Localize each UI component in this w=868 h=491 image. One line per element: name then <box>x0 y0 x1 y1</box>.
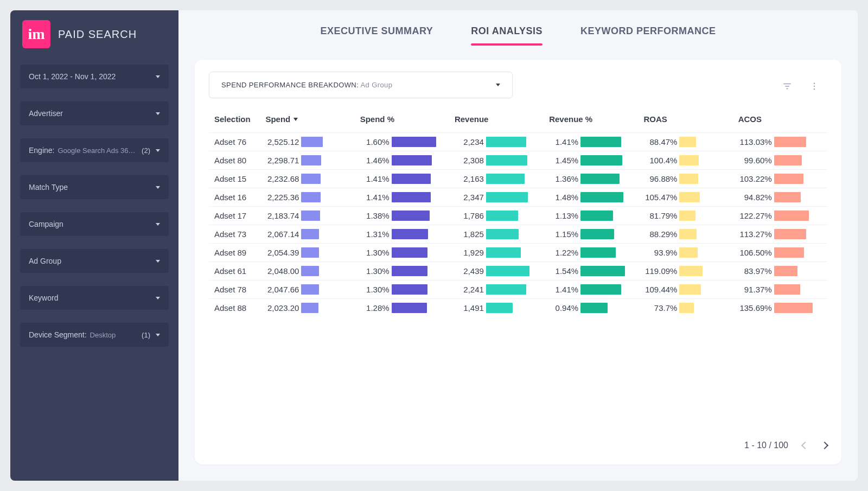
card: SPEND PERFORMANCE BREAKDOWN: Ad Group Se… <box>195 60 841 464</box>
cell-revenue-pct: 1.22% <box>544 244 638 262</box>
cell-revenue: 1,825 <box>449 225 544 244</box>
svg-point-3 <box>814 83 815 84</box>
sort-desc-icon <box>293 118 298 121</box>
cell-revenue: 2,163 <box>449 170 544 188</box>
cell-roas: 119.09% <box>638 262 732 280</box>
app-root: im PAID SEARCH Oct 1, 2022 - Nov 1, 2022… <box>0 0 868 491</box>
cell-spend: 2,225.36 <box>260 188 354 207</box>
cell-acos: 99.60% <box>733 151 827 170</box>
cell-selection: Adset 15 <box>209 170 260 188</box>
cell-revenue: 1,786 <box>449 207 544 225</box>
col-selection[interactable]: Selection <box>209 110 260 133</box>
cell-revenue: 2,234 <box>449 133 544 151</box>
cell-roas: 81.79% <box>638 207 732 225</box>
pagination: 1 - 10 / 100 <box>209 381 827 450</box>
tab-roi-analysis[interactable]: ROI ANALYSIS <box>471 25 542 46</box>
cell-revenue: 2,347 <box>449 188 544 207</box>
cell-spend-pct: 1.60% <box>355 133 449 151</box>
cell-revenue: 2,308 <box>449 151 544 170</box>
table-row[interactable]: Adset 782,047.661.30%2,2411.41%109.44%91… <box>209 280 827 299</box>
filter-ad-group[interactable]: Ad Group <box>20 249 169 273</box>
cell-revenue: 2,241 <box>449 280 544 299</box>
table-row[interactable]: Adset 732,067.141.31%1,8251.15%88.29%113… <box>209 225 827 244</box>
cell-selection: Adset 89 <box>209 244 260 262</box>
cell-acos: 91.37% <box>733 280 827 299</box>
filter-icon[interactable] <box>782 81 793 92</box>
cell-spend-pct: 1.41% <box>355 188 449 207</box>
col-spend[interactable]: Spend <box>260 110 354 133</box>
pagination-next[interactable] <box>821 442 828 449</box>
cell-selection: Adset 17 <box>209 207 260 225</box>
tab-executive-summary[interactable]: EXECUTIVE SUMMARY <box>320 25 433 46</box>
cell-roas: 88.29% <box>638 225 732 244</box>
cell-selection: Adset 61 <box>209 262 260 280</box>
chevron-down-icon <box>156 297 160 299</box>
cell-spend: 2,047.66 <box>260 280 354 299</box>
col-roas[interactable]: ROAS <box>638 110 732 133</box>
cell-spend-pct: 1.30% <box>355 280 449 299</box>
cell-roas: 93.9% <box>638 244 732 262</box>
filter-match-type[interactable]: Match Type <box>20 175 169 199</box>
cell-selection: Adset 76 <box>209 133 260 151</box>
col-revenue[interactable]: Revenue <box>449 110 544 133</box>
cell-revenue: 2,439 <box>449 262 544 280</box>
cell-spend: 2,067.14 <box>260 225 354 244</box>
cell-acos: 103.22% <box>733 170 827 188</box>
cell-acos: 106.50% <box>733 244 827 262</box>
cell-roas: 96.88% <box>638 170 732 188</box>
chevron-down-icon <box>156 223 160 226</box>
cell-spend: 2,023.20 <box>260 299 354 317</box>
cell-selection: Adset 80 <box>209 151 260 170</box>
table-row[interactable]: Adset 762,525.121.60%2,2341.41%88.47%113… <box>209 133 827 151</box>
sidebar-header: im PAID SEARCH <box>20 20 169 48</box>
table-row[interactable]: Adset 162,225.361.41%2,3471.48%105.47%94… <box>209 188 827 207</box>
chevron-down-icon <box>156 75 160 78</box>
cell-spend: 2,525.12 <box>260 133 354 151</box>
table-toolbar <box>209 81 827 92</box>
filter-label: Oct 1, 2022 - Nov 1, 2022 <box>29 72 116 81</box>
sidebar: im PAID SEARCH Oct 1, 2022 - Nov 1, 2022… <box>10 10 178 481</box>
filter-advertiser[interactable]: Advertiser <box>20 101 169 125</box>
cell-spend: 2,232.68 <box>260 170 354 188</box>
cell-revenue-pct: 1.41% <box>544 280 638 299</box>
chevron-down-icon <box>156 186 160 189</box>
chevron-down-icon <box>156 112 160 115</box>
table-row[interactable]: Adset 802,298.711.46%2,3081.45%100.4%99.… <box>209 151 827 170</box>
cell-roas: 109.44% <box>638 280 732 299</box>
table-row[interactable]: Adset 882,023.201.28%1,4910.94%73.7%135.… <box>209 299 827 317</box>
filter-engine[interactable]: Engine: Google Search Ads 360, …(2) <box>20 138 169 162</box>
filter-device-segment[interactable]: Device Segment: Desktop(1) <box>20 323 169 347</box>
more-icon[interactable] <box>809 81 820 92</box>
cell-revenue-pct: 1.45% <box>544 151 638 170</box>
tab-keyword-performance[interactable]: KEYWORD PERFORMANCE <box>580 25 716 46</box>
cell-spend: 2,183.74 <box>260 207 354 225</box>
cell-spend: 2,048.00 <box>260 262 354 280</box>
cell-acos: 122.27% <box>733 207 827 225</box>
cell-spend-pct: 1.30% <box>355 244 449 262</box>
col-spend-[interactable]: Spend % <box>355 110 449 133</box>
logo: im <box>22 20 50 48</box>
filter-keyword[interactable]: Keyword <box>20 286 169 310</box>
cell-roas: 73.7% <box>638 299 732 317</box>
cell-revenue-pct: 1.54% <box>544 262 638 280</box>
cell-revenue-pct: 1.15% <box>544 225 638 244</box>
cell-spend-pct: 1.30% <box>355 262 449 280</box>
table-row[interactable]: Adset 172,183.741.38%1,7861.13%81.79%122… <box>209 207 827 225</box>
col-revenue-[interactable]: Revenue % <box>544 110 638 133</box>
table-row[interactable]: Adset 612,048.001.30%2,4391.54%119.09%83… <box>209 262 827 280</box>
cell-selection: Adset 88 <box>209 299 260 317</box>
chevron-down-icon <box>156 334 160 336</box>
filter-campaign[interactable]: Campaign <box>20 212 169 236</box>
cell-revenue-pct: 1.48% <box>544 188 638 207</box>
cell-spend: 2,054.39 <box>260 244 354 262</box>
svg-point-5 <box>814 88 815 90</box>
cell-spend: 2,298.71 <box>260 151 354 170</box>
filter-date-range[interactable]: Oct 1, 2022 - Nov 1, 2022 <box>20 65 169 88</box>
cell-spend-pct: 1.31% <box>355 225 449 244</box>
cell-spend-pct: 1.38% <box>355 207 449 225</box>
table-row[interactable]: Adset 892,054.391.30%1,9291.22%93.9%106.… <box>209 244 827 262</box>
cell-roas: 88.47% <box>638 133 732 151</box>
table-row[interactable]: Adset 152,232.681.41%2,1631.36%96.88%103… <box>209 170 827 188</box>
col-acos[interactable]: ACOS <box>733 110 827 133</box>
pagination-prev[interactable] <box>801 442 809 449</box>
